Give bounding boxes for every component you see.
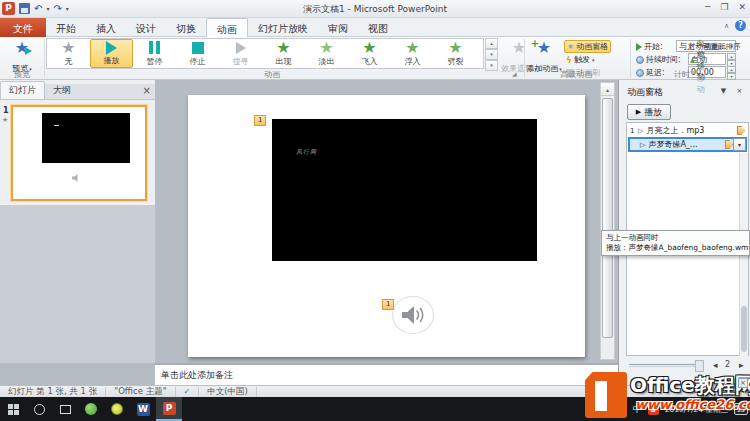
media-play-icon: ▷	[638, 127, 643, 135]
play-media-icon	[106, 41, 117, 55]
help-icon[interactable]: ?	[735, 20, 746, 31]
gallery-item-seek: 搜寻	[219, 39, 262, 68]
thumbnail-speaker-icon	[71, 173, 83, 183]
slide-canvas[interactable]: 风行网 1 1	[188, 95, 585, 357]
gallery-item-label: 无	[65, 56, 73, 67]
timing-group-label: 计时	[632, 69, 732, 80]
gallery-item-play[interactable]: 播放	[90, 39, 133, 68]
gallery-scroll-up-icon[interactable]: ▴	[485, 38, 498, 49]
restore-button[interactable]: ❐	[720, 2, 728, 12]
cortana-button[interactable]	[26, 397, 52, 421]
slides-pane: 幻灯片 大纲 × 1 ★	[0, 80, 155, 363]
trigger-icon: ϟ	[566, 55, 572, 65]
animation-group-label: 动画	[46, 69, 498, 80]
scrollbar-up-icon[interactable]: ▴	[601, 83, 614, 96]
timeline-ruler	[629, 364, 695, 367]
theme-status[interactable]: "Office 主题"	[106, 387, 175, 397]
seek-media-icon	[236, 42, 246, 54]
floatin-star-icon: ★	[405, 40, 419, 56]
audio-speaker-icon[interactable]	[400, 303, 426, 327]
animation-play-button[interactable]: ▶ 播放	[627, 104, 671, 120]
tab-insert[interactable]: 插入	[86, 18, 126, 37]
start-button[interactable]	[0, 397, 26, 421]
animation-item-video[interactable]: ▷ 声梦奇缘A_... ▾	[628, 137, 747, 152]
scrollbar-thumb[interactable]	[602, 98, 613, 338]
play-icon: ▶	[636, 108, 641, 116]
cortana-icon	[34, 404, 45, 415]
gallery-item-label: 出现	[276, 56, 292, 67]
gallery-scroll-down-icon[interactable]: ▾	[485, 49, 498, 60]
slide-count-status: 幻灯片 第 1 张, 共 1 张	[0, 387, 106, 397]
tab-outline[interactable]: 大纲	[45, 82, 79, 99]
tab-transitions[interactable]: 切换	[166, 18, 206, 37]
gallery-scroll: ▴ ▾ ▾	[485, 38, 498, 69]
tab-slides[interactable]: 幻灯片	[0, 81, 45, 99]
gallery-item-pause[interactable]: 暂停	[133, 39, 176, 68]
taskbar-app-2[interactable]	[104, 397, 130, 421]
animation-tooltip: 与上一动画同时 播放：声梦奇缘A_baofeng_baofeng.wmv	[601, 230, 750, 256]
preview-group-label: 预览	[2, 69, 42, 80]
tooltip-start-condition: 与上一动画同时	[602, 233, 749, 243]
animation-dialog-launcher-icon[interactable]: ◢	[512, 70, 517, 77]
slide-editor: 风行网 1 1	[155, 80, 618, 363]
animation-pane-menu-icon[interactable]: ▼	[717, 85, 730, 97]
animation-pane-button[interactable]: ★ 动画窗格	[564, 40, 611, 53]
minimize-button[interactable]: ─	[705, 2, 710, 12]
video-watermark-text: 风行网	[296, 148, 317, 157]
tab-animations[interactable]: 动画	[206, 18, 248, 37]
ribbon: ★ 预览▾ 预览 ★ 无 播放 暂停 停止	[0, 37, 750, 80]
taskbar-app-1[interactable]	[78, 397, 104, 421]
tab-home[interactable]: 开始	[46, 18, 86, 37]
gallery-item-split[interactable]: ★ 劈裂	[434, 39, 477, 68]
ribbon-tab-row: 文件 开始 插入 设计 切换 动画 幻灯片放映 审阅 视图 ∧ ?	[0, 18, 750, 37]
item-dropdown-icon[interactable]: ▾	[733, 138, 746, 151]
tab-file[interactable]: 文件	[0, 18, 46, 37]
slide-thumbnail[interactable]	[11, 105, 147, 201]
slides-pane-tabs: 幻灯片 大纲	[0, 84, 155, 100]
watermark-logo-icon	[585, 372, 627, 418]
animation-pane-close-icon[interactable]: ×	[733, 85, 746, 97]
word-icon: W	[137, 403, 150, 416]
tooltip-media-file: 播放：声梦奇缘A_baofeng_baofeng.wmv	[602, 243, 749, 253]
windows-logo-icon	[8, 404, 19, 415]
gallery-item-floatin[interactable]: ★ 浮入	[391, 39, 434, 68]
gallery-item-label: 飞入	[362, 56, 378, 67]
gallery-item-fade[interactable]: ★ 淡出	[305, 39, 348, 68]
tab-view[interactable]: 视图	[358, 18, 398, 37]
watermark-url: www.office26.com	[635, 397, 750, 412]
collapse-ribbon-icon[interactable]: ∧	[724, 22, 729, 30]
task-view-button[interactable]	[52, 397, 78, 421]
move-earlier-icon: ▲	[690, 56, 695, 63]
flyin-star-icon: ★	[362, 40, 376, 56]
gallery-item-label: 劈裂	[448, 56, 464, 67]
watermark: Office教程网 www.office26.com ×	[583, 368, 750, 421]
preview-icon: ★	[15, 40, 29, 56]
video-object[interactable]: 风行网	[272, 119, 537, 261]
watermark-title: Office教程网	[630, 372, 750, 399]
stop-media-icon	[192, 42, 204, 54]
gallery-item-flyin[interactable]: ★ 飞入	[348, 39, 391, 68]
gallery-item-stop[interactable]: 停止	[176, 39, 219, 68]
spellcheck-icon[interactable]: ✓	[184, 387, 191, 396]
language-status[interactable]: 中文(中国)	[199, 387, 257, 397]
watermark-close-icon[interactable]: ×	[738, 378, 748, 388]
gallery-item-appear[interactable]: ★ 出现	[262, 39, 305, 68]
timeline-marker-icon	[725, 140, 733, 149]
slides-pane-close-icon[interactable]: ×	[143, 86, 151, 96]
duration-spinner[interactable]: ▴▾	[727, 53, 736, 65]
window-title: 演示文稿1 - Microsoft PowerPoint	[0, 3, 750, 16]
tab-review[interactable]: 审阅	[318, 18, 358, 37]
animation-item-audio[interactable]: 1 ▷ 月亮之上．mp3	[628, 124, 747, 137]
gallery-item-none[interactable]: ★ 无	[47, 39, 90, 68]
notes-area[interactable]: 单击此处添加备注	[155, 363, 618, 385]
main-vertical-scrollbar[interactable]: ▴	[600, 82, 615, 360]
trigger-button[interactable]: ϟ 触发 ▾	[566, 53, 594, 66]
animation-pane-title: 动画窗格	[627, 86, 663, 99]
taskbar-powerpoint[interactable]: P	[156, 397, 182, 421]
taskbar-word[interactable]: W	[130, 397, 156, 421]
tab-slideshow[interactable]: 幻灯片放映	[248, 18, 318, 37]
tab-design[interactable]: 设计	[126, 18, 166, 37]
slide-animation-indicator-icon[interactable]: ★	[2, 116, 8, 124]
media-play-icon: ▷	[640, 141, 645, 149]
close-button[interactable]: ✕	[738, 2, 746, 12]
